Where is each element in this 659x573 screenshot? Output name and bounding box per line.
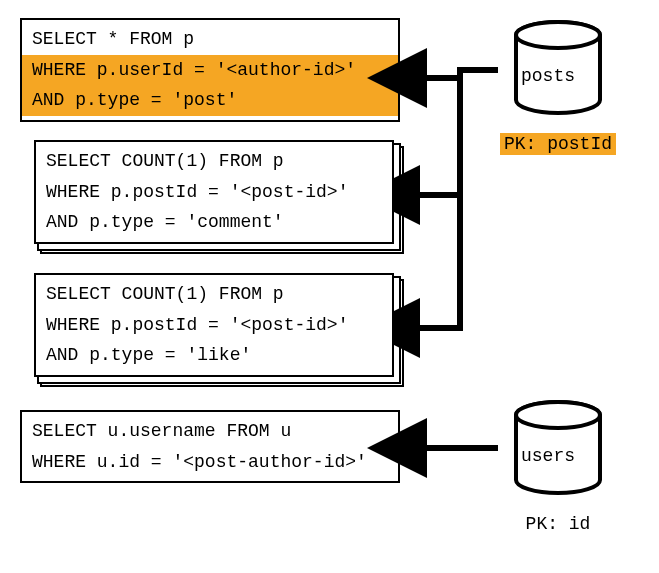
query-comment-count: SELECT COUNT(1) FROM p WHERE p.postId = …: [34, 140, 394, 244]
sql-line: AND p.type = 'comment': [46, 212, 284, 232]
sql-line: SELECT * FROM p: [32, 29, 194, 49]
sql-line: WHERE u.id = '<post-author-id>': [32, 452, 367, 472]
database-posts: posts PK: postId: [498, 20, 618, 155]
sql-line: AND p.type = 'like': [46, 345, 251, 365]
sql-line: SELECT u.username FROM u: [32, 421, 291, 441]
query-username: SELECT u.username FROM u WHERE u.id = '<…: [20, 410, 400, 483]
pk-label-highlight: PK: postId: [500, 133, 616, 155]
query-posts-by-author: SELECT * FROM p WHERE p.userId = '<autho…: [20, 18, 400, 122]
sql-line: WHERE p.postId = '<post-id>': [46, 182, 348, 202]
sql-line-highlight: WHERE p.userId = '<author-id>': [22, 55, 398, 86]
database-users: users PK: id: [498, 400, 618, 535]
sql-line: SELECT COUNT(1) FROM p: [46, 284, 284, 304]
svg-point-1: [516, 22, 600, 48]
query-like-count: SELECT COUNT(1) FROM p WHERE p.postId = …: [34, 273, 394, 377]
sql-line: SELECT COUNT(1) FROM p: [46, 151, 284, 171]
sql-line-highlight: AND p.type = 'post': [22, 85, 398, 116]
sql-line: WHERE p.postId = '<post-id>': [46, 315, 348, 335]
pk-label: PK: id: [522, 513, 595, 535]
svg-point-3: [516, 402, 600, 428]
db-name-label: posts: [498, 66, 598, 86]
db-name-label: users: [498, 446, 598, 466]
